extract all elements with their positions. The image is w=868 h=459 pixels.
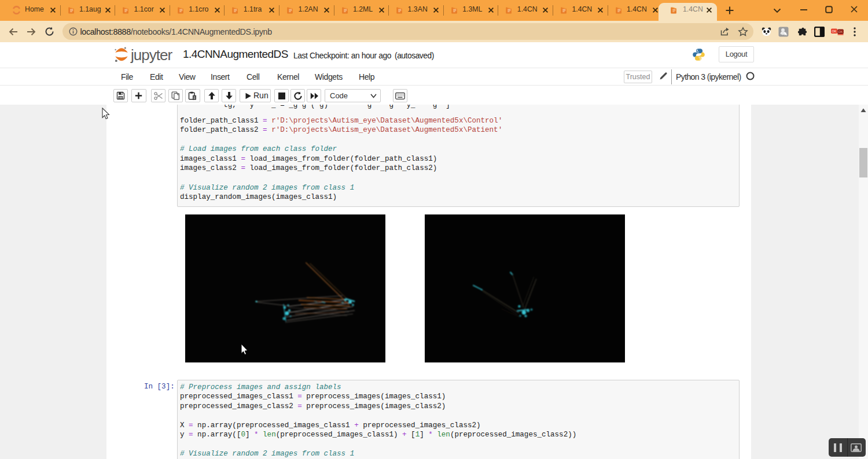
svg-text:OK: OK [838, 30, 843, 34]
svg-text:OK: OK [832, 29, 837, 33]
